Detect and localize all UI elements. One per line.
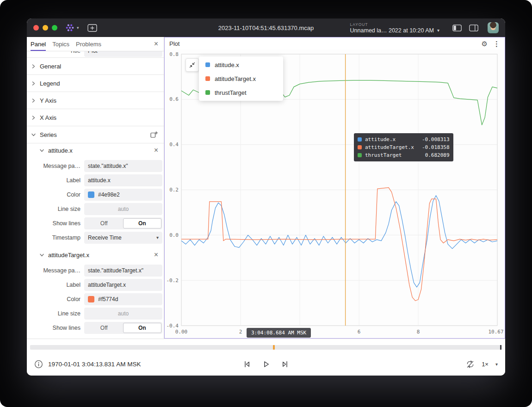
legend-swatch <box>205 90 210 95</box>
chevron-down-icon: ▾ <box>77 26 79 30</box>
playback-controls: 1970-01-01 3:04:13.831 AM MSK <box>27 353 505 376</box>
legend-item-attitude-x[interactable]: attitude.x <box>199 58 283 72</box>
svg-text:0.6: 0.6 <box>169 96 179 102</box>
color-input[interactable]: #4e98e2 <box>84 189 162 201</box>
tooltip-swatch <box>358 145 362 149</box>
tooltip-label: thrustTarget <box>365 152 419 158</box>
timeline-scrubber[interactable] <box>30 345 502 350</box>
tooltip-label: attitude.x <box>365 136 419 142</box>
title-field[interactable]: Plot <box>84 51 162 57</box>
tooltip-value: -0.008313 <box>422 136 450 142</box>
scrubber-playhead-marker[interactable] <box>500 345 501 350</box>
series-editor-attitude-target-x: Message pa… state."attitudeTarget.x" Lab… <box>27 262 164 338</box>
label-input[interactable]: attitude.x <box>84 174 162 186</box>
color-swatch[interactable] <box>88 296 94 302</box>
app-menu[interactable]: ▾ <box>65 23 79 33</box>
seek-backward-button[interactable] <box>243 360 252 369</box>
show-lines-toggle: Off On <box>84 217 162 229</box>
series-editor-header-attitude-target-x[interactable]: attitudeTarget.x × <box>27 248 164 262</box>
section-legend[interactable]: Legend <box>27 75 164 92</box>
collapse-legend-button[interactable] <box>186 58 199 72</box>
section-general[interactable]: General <box>27 58 164 75</box>
section-x-axis[interactable]: X Axis <box>27 109 164 126</box>
message-path-input[interactable]: state."attitude.x" <box>84 160 162 172</box>
series-editor-header-attitude-x[interactable]: attitude.x × <box>27 143 164 157</box>
toggle-right-sidebar-button[interactable] <box>469 25 478 31</box>
playback-info-button[interactable] <box>34 360 43 369</box>
svg-text:8: 8 <box>417 329 420 335</box>
remove-series-icon[interactable]: × <box>154 147 158 154</box>
playback-bar: 1970-01-01 3:04:13.831 AM MSK <box>27 339 505 376</box>
line-size-input[interactable]: auto <box>84 203 162 215</box>
play-button[interactable] <box>262 360 271 369</box>
loop-off-icon <box>466 360 475 369</box>
tooltip-value: 0.682089 <box>425 152 450 158</box>
svg-text:10.67: 10.67 <box>488 329 503 335</box>
add-series-button[interactable] <box>149 130 159 140</box>
layout-selector[interactable]: LAYOUT Unnamed la… 2022 at 10:20 AM ▾ <box>350 22 439 34</box>
left-sidebar-icon <box>452 25 462 31</box>
panel-menu-kebab-icon[interactable]: ⋮ <box>493 40 500 47</box>
scrubber-hover-marker <box>273 345 275 350</box>
title-setting-row-clipped: Title Plot <box>27 51 164 58</box>
message-path-label: Message pa… <box>27 267 80 274</box>
titlebar-icons <box>452 25 478 31</box>
remove-series-icon[interactable]: × <box>154 251 158 259</box>
show-lines-on[interactable]: On <box>123 323 162 333</box>
chevron-down-icon: ▾ <box>437 28 439 33</box>
right-sidebar-icon <box>469 25 478 31</box>
seek-forward-button[interactable] <box>281 360 290 369</box>
show-lines-on[interactable]: On <box>123 218 162 228</box>
legend-item-thrust-target[interactable]: thrustTarget <box>199 86 283 99</box>
show-lines-off[interactable]: Off <box>85 323 123 333</box>
svg-text:0.2: 0.2 <box>169 187 179 193</box>
label-input[interactable]: attitudeTarget.x <box>84 279 162 291</box>
tooltip-row: attitude.x -0.008313 <box>358 136 450 143</box>
show-lines-off[interactable]: Off <box>85 218 123 228</box>
legend-label: attitude.x <box>215 62 239 68</box>
speed-chevron-down-icon[interactable]: ▾ <box>495 362 498 367</box>
section-series[interactable]: Series <box>27 126 164 143</box>
tab-problems[interactable]: Problems <box>76 37 101 51</box>
legend-item-attitude-target-x[interactable]: attitudeTarget.x <box>199 72 283 86</box>
minimize-window-button[interactable] <box>43 25 48 31</box>
fullscreen-window-button[interactable] <box>52 25 57 31</box>
close-window-button[interactable] <box>33 25 39 31</box>
message-path-input[interactable]: state."attitudeTarget.x" <box>84 265 162 277</box>
line-size-input[interactable]: auto <box>84 308 162 320</box>
plot-panel-header[interactable]: Plot ⚙ ⋮ <box>165 37 505 49</box>
add-panel-icon <box>87 24 97 32</box>
tooltip-row: attitudeTarget.x -0.018358 <box>358 143 450 151</box>
color-input[interactable]: #f5774d <box>84 293 162 305</box>
tab-topics[interactable]: Topics <box>52 37 69 51</box>
tooltip-row: thrustTarget 0.682089 <box>358 151 450 159</box>
panel-settings-gear-icon[interactable]: ⚙ <box>482 40 488 47</box>
toggle-left-sidebar-button[interactable] <box>452 25 462 31</box>
tab-panel[interactable]: Panel <box>31 37 46 51</box>
legend-swatch <box>205 76 210 81</box>
timestamp-select[interactable]: Receive Time ▾ <box>84 232 162 244</box>
svg-text:0.8: 0.8 <box>169 51 179 57</box>
playback-speed[interactable]: 1× <box>482 361 489 368</box>
plot-panel-title: Plot <box>169 40 179 47</box>
loop-playback-button[interactable] <box>466 360 475 369</box>
titlebar: ▾ 2023-11-10T04:51:45.631370.mcap LAYOUT… <box>27 18 505 37</box>
chevron-down-icon <box>31 133 36 137</box>
svg-text:0.0: 0.0 <box>169 232 179 238</box>
section-y-axis[interactable]: Y Axis <box>27 92 164 109</box>
add-panel-button[interactable] <box>87 24 97 32</box>
color-swatch[interactable] <box>88 191 94 198</box>
sidebar-tabs: Panel Topics Problems × <box>27 37 164 51</box>
avatar[interactable] <box>488 22 499 33</box>
message-path-label: Message pa… <box>27 163 80 169</box>
show-lines-label: Show lines <box>27 325 80 331</box>
timestamp-label: Timestamp <box>27 234 80 241</box>
title-field-label: Title <box>27 51 80 54</box>
legend-label: attitudeTarget.x <box>215 75 256 82</box>
svg-text:0.4: 0.4 <box>169 142 179 148</box>
svg-text:2: 2 <box>239 329 242 335</box>
line-size-label: Line size <box>27 206 80 212</box>
chevron-down-icon: ▾ <box>156 235 159 240</box>
close-sidebar-icon[interactable]: × <box>152 40 160 48</box>
chevron-down-icon <box>40 253 44 257</box>
